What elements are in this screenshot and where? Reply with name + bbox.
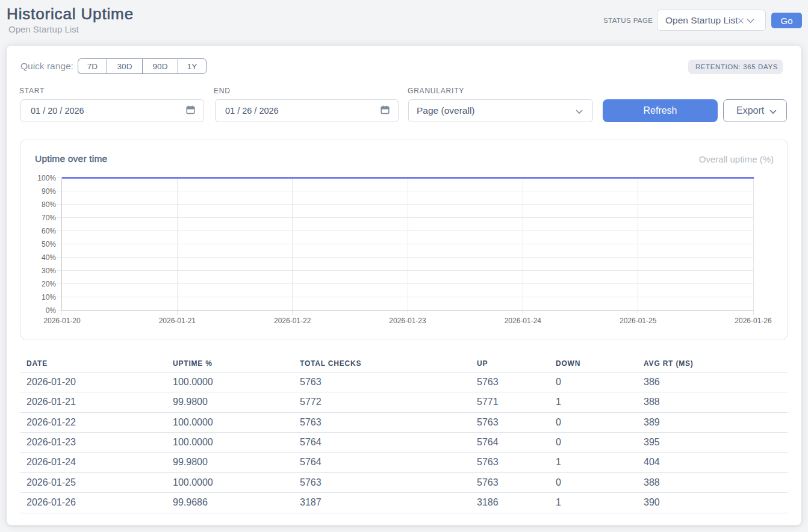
svg-text:80%: 80% — [42, 200, 56, 209]
svg-text:50%: 50% — [42, 240, 56, 249]
svg-text:2026-01-20: 2026-01-20 — [43, 317, 81, 325]
svg-text:2026-01-26: 2026-01-26 — [735, 317, 772, 325]
svg-text:90%: 90% — [42, 187, 56, 196]
svg-text:10%: 10% — [42, 293, 56, 302]
svg-text:40%: 40% — [42, 253, 56, 262]
svg-text:2026-01-25: 2026-01-25 — [620, 317, 657, 325]
svg-text:2026-01-23: 2026-01-23 — [389, 317, 426, 325]
svg-text:60%: 60% — [42, 227, 56, 235]
svg-text:100%: 100% — [37, 174, 56, 182]
svg-text:0%: 0% — [46, 306, 57, 315]
svg-text:2026-01-21: 2026-01-21 — [159, 317, 196, 325]
svg-text:30%: 30% — [42, 267, 56, 275]
svg-text:70%: 70% — [42, 214, 56, 222]
svg-text:2026-01-24: 2026-01-24 — [505, 317, 542, 325]
svg-text:20%: 20% — [42, 280, 56, 288]
svg-text:2026-01-22: 2026-01-22 — [274, 317, 311, 325]
